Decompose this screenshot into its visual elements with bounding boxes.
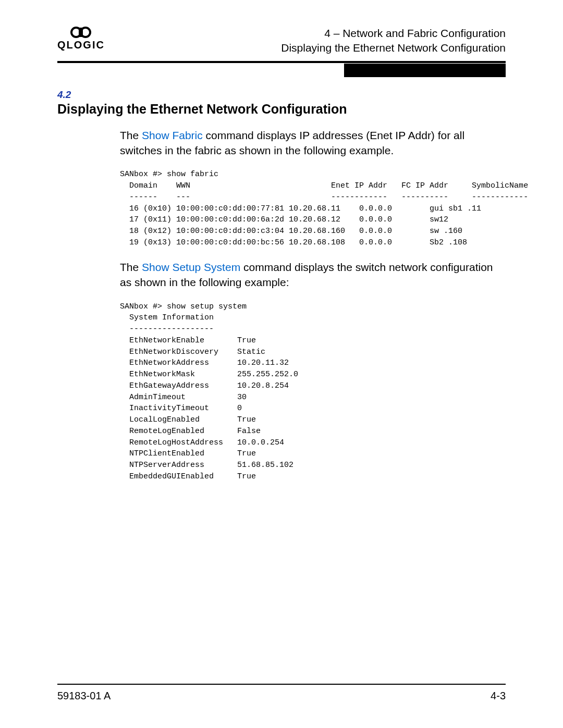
- section-number: 4.2: [57, 89, 506, 101]
- code-block-show-fabric: SANbox #> show fabric Domain WWN Enet IP…: [120, 169, 506, 248]
- intro-paragraph-2: The Show Setup System command displays t…: [120, 260, 506, 290]
- code-block-show-setup-system: SANbox #> show setup system System Infor…: [120, 301, 506, 483]
- brand-logo: QLOGIC: [57, 26, 105, 50]
- show-setup-system-link[interactable]: Show Setup System: [142, 261, 240, 273]
- chapter-line: 4 – Network and Fabric Configuration: [281, 26, 506, 41]
- page-number: 4-3: [491, 690, 506, 702]
- doc-number: 59183-01 A: [57, 690, 111, 702]
- page-footer: 59183-01 A 4-3: [57, 684, 506, 702]
- page-tab-marker: [344, 64, 506, 77]
- text: The: [120, 129, 142, 141]
- qlogic-mark-icon: [69, 26, 92, 39]
- text: The: [120, 261, 142, 273]
- footer-rule: [57, 684, 506, 685]
- page-header-text: 4 – Network and Fabric Configuration Dis…: [281, 26, 506, 56]
- show-fabric-link[interactable]: Show Fabric: [142, 129, 203, 141]
- chapter-subtitle: Displaying the Ethernet Network Configur…: [281, 41, 506, 55]
- header-rule: [57, 61, 506, 63]
- section-title: Displaying the Ethernet Network Configur…: [57, 102, 506, 117]
- svg-rect-2: [79, 28, 83, 37]
- brand-name: QLOGIC: [57, 39, 105, 51]
- intro-paragraph-1: The Show Fabric command displays IP addr…: [120, 128, 506, 158]
